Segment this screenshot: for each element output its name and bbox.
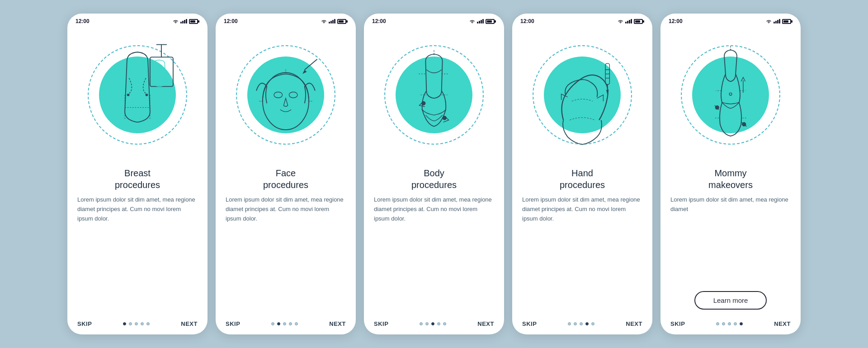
- dot-4-2[interactable]: [580, 322, 583, 325]
- battery-icon-2: [337, 19, 348, 24]
- svg-point-1: [146, 94, 148, 96]
- bottom-nav-4: SKIP NEXT: [512, 317, 652, 334]
- time-1: 12:00: [75, 18, 90, 24]
- title-body: Body procedures: [374, 167, 494, 191]
- phone-face: 12:00: [216, 14, 356, 334]
- dot-2-3[interactable]: [289, 322, 292, 325]
- dot-1-4[interactable]: [146, 322, 150, 325]
- signal-icon-1: [180, 19, 187, 24]
- next-btn-3[interactable]: NEXT: [477, 320, 494, 327]
- svg-line-13: [305, 59, 317, 70]
- breast-svg: [92, 36, 183, 154]
- dot-1-3[interactable]: [141, 322, 144, 325]
- dot-3-1[interactable]: [425, 322, 429, 325]
- dots-5: [716, 322, 743, 325]
- dot-4-4[interactable]: [591, 322, 594, 325]
- status-icons-5: [766, 19, 793, 24]
- content-hand: Hand procedures Lorem ipsum dolor sit di…: [512, 163, 652, 317]
- status-bar-5: 12:00: [660, 14, 801, 27]
- time-4: 12:00: [520, 18, 534, 24]
- dot-3-4[interactable]: [443, 322, 446, 325]
- illustration-body: [364, 27, 504, 163]
- phones-container: 12:00: [67, 14, 801, 334]
- dot-2-4[interactable]: [295, 322, 298, 325]
- status-bar-1: 12:00: [67, 14, 208, 27]
- phone-body: 12:00: [364, 14, 504, 334]
- dot-5-0[interactable]: [716, 322, 719, 325]
- wifi-icon-1: [173, 19, 179, 24]
- dots-2: [271, 322, 298, 325]
- next-btn-2[interactable]: NEXT: [329, 320, 346, 327]
- dot-4-3[interactable]: [585, 322, 589, 325]
- dot-2-0[interactable]: [271, 322, 274, 325]
- dot-1-1[interactable]: [129, 322, 132, 325]
- skip-btn-4[interactable]: SKIP: [522, 320, 537, 327]
- signal-icon-4: [625, 19, 632, 24]
- dot-3-0[interactable]: [420, 322, 423, 325]
- skip-btn-2[interactable]: SKIP: [226, 320, 240, 327]
- mommy-svg: [685, 36, 776, 154]
- status-bar-2: 12:00: [216, 14, 356, 27]
- svg-point-30: [729, 93, 732, 95]
- dot-3-3[interactable]: [437, 322, 440, 325]
- phone-hand: 12:00: [512, 14, 652, 334]
- status-icons-1: [173, 19, 199, 24]
- dot-2-1[interactable]: [277, 322, 280, 325]
- dot-2-2[interactable]: [283, 322, 286, 325]
- signal-icon-5: [774, 19, 780, 24]
- face-svg: [241, 36, 331, 154]
- signal-icon-2: [329, 19, 335, 24]
- dot-5-1[interactable]: [722, 322, 725, 325]
- dot-5-3[interactable]: [734, 322, 737, 325]
- svg-point-11: [277, 93, 280, 96]
- next-btn-5[interactable]: NEXT: [774, 320, 791, 327]
- content-breast: Breast procedures Lorem ipsum dolor sit …: [67, 163, 208, 317]
- dot-5-2[interactable]: [728, 322, 731, 325]
- svg-point-8: [263, 73, 309, 130]
- skip-btn-1[interactable]: SKIP: [77, 320, 92, 327]
- status-bar-4: 12:00: [512, 14, 652, 27]
- desc-body: Lorem ipsum dolor sit dim amet, mea regi…: [374, 195, 494, 313]
- dots-3: [420, 322, 446, 325]
- dot-3-2[interactable]: [431, 322, 434, 325]
- phone-mommy: 12:00: [660, 14, 801, 334]
- svg-point-23: [443, 116, 447, 120]
- title-mommy: Mommy makeovers: [670, 167, 791, 191]
- time-2: 12:00: [224, 18, 238, 24]
- desc-mommy: Lorem ipsum dolor sit dim amet, mea regi…: [670, 195, 791, 287]
- skip-btn-3[interactable]: SKIP: [374, 320, 388, 327]
- status-icons-2: [321, 19, 348, 24]
- dot-5-4[interactable]: [740, 322, 743, 325]
- desc-hand: Lorem ipsum dolor sit dim amet, mea regi…: [522, 195, 642, 313]
- learn-more-button[interactable]: Learn more: [694, 291, 767, 310]
- dot-4-0[interactable]: [568, 322, 571, 325]
- dot-1-2[interactable]: [135, 322, 138, 325]
- wifi-icon-4: [618, 19, 623, 24]
- wifi-icon-5: [766, 19, 772, 24]
- desc-breast: Lorem ipsum dolor sit dim amet, mea regi…: [77, 195, 198, 313]
- hand-svg: [537, 36, 627, 154]
- svg-point-22: [421, 101, 425, 105]
- content-mommy: Mommy makeovers Lorem ipsum dolor sit di…: [660, 163, 801, 317]
- dot-1-0[interactable]: [123, 322, 126, 325]
- illustration-face: [216, 27, 356, 163]
- dot-4-1[interactable]: [574, 322, 577, 325]
- next-btn-1[interactable]: NEXT: [181, 320, 198, 327]
- time-5: 12:00: [669, 18, 683, 24]
- bottom-nav-3: SKIP NEXT: [364, 317, 504, 334]
- wifi-icon-3: [469, 19, 475, 24]
- illustration-breast: [67, 27, 208, 163]
- illustration-hand: [512, 27, 652, 163]
- time-3: 12:00: [372, 18, 386, 24]
- skip-btn-5[interactable]: SKIP: [670, 320, 685, 327]
- svg-point-12: [292, 93, 295, 96]
- battery-icon-3: [486, 19, 496, 24]
- status-icons-3: [469, 19, 496, 24]
- signal-icon-3: [477, 19, 484, 24]
- next-btn-4[interactable]: NEXT: [626, 320, 642, 327]
- title-breast: Breast procedures: [77, 167, 198, 191]
- bottom-nav-2: SKIP NEXT: [216, 317, 356, 334]
- bottom-nav-1: SKIP NEXT: [67, 317, 208, 334]
- body-svg: [389, 36, 479, 154]
- svg-point-0: [127, 94, 130, 96]
